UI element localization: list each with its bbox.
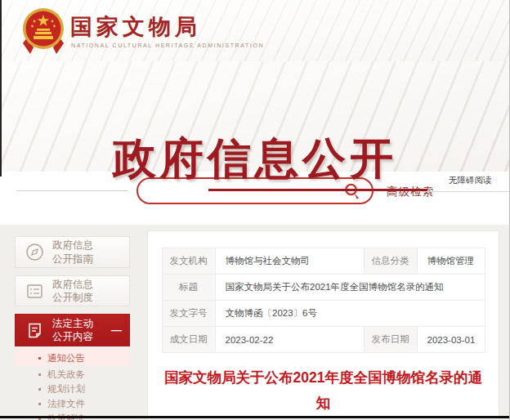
doc-number-label: 发文字号: [162, 301, 215, 327]
sidebar-subitem-planning[interactable]: 规划计划: [15, 381, 130, 397]
written-date-value: 2023-02-22: [215, 327, 364, 353]
page-banner: 政府信息公开: [0, 61, 510, 172]
sidebar-item-label: 法定主动公开内容: [52, 317, 93, 344]
collapse-indicator[interactable]: —: [111, 324, 122, 337]
sidebar-item-disclosure-system[interactable]: 政府信息公开制度: [15, 275, 130, 306]
sidebar-subitem-policy-interpretation[interactable]: 政策解读: [15, 410, 130, 420]
divider-line: [423, 191, 510, 192]
table-row: 发文机构 博物馆与社会文物司 信息分类 博物馆管理: [162, 248, 485, 275]
document-info-table: 发文机构 博物馆与社会文物司 信息分类 博物馆管理 标题 国家文物局关于公布20…: [162, 248, 485, 353]
document-list-icon: [25, 282, 44, 301]
table-row: 标题 国家文物局关于公布2021年度全国博物馆名录的通知: [162, 275, 485, 301]
category-label: 信息分类: [364, 248, 417, 275]
site-title-english: NATIONAL CULTURAL HERITAGE ADMINISTRATIO…: [71, 42, 264, 48]
sidebar-item-label: 政府信息公开制度: [52, 278, 93, 305]
category-value: 博物馆管理: [417, 248, 485, 275]
bullet-icon: [38, 357, 41, 360]
sidebar-item-disclosure-guide[interactable]: 政府信息公开指南: [15, 236, 130, 268]
site-title: 国家文物局: [70, 12, 201, 42]
national-emblem-icon: [22, 7, 65, 54]
bullet-icon: [38, 373, 41, 376]
national-emblem-logo: [22, 7, 65, 54]
document-icon: [25, 321, 44, 340]
window-left-edge: [0, 0, 2, 176]
issuing-org-label: 发文机构: [162, 248, 215, 275]
doc-number-value: 文物博函〔2023〕6号: [215, 301, 485, 327]
banner-title: 政府信息公开: [0, 130, 510, 189]
title-label: 标题: [162, 275, 215, 301]
sidebar-item-label: 政府信息公开指南: [52, 239, 93, 266]
sidebar-subitem-legal-documents[interactable]: 法律文件: [15, 395, 130, 412]
article-title: 国家文物局关于公布2021年度全国博物馆名录的通知: [164, 365, 482, 415]
publish-date-label: 发布日期: [364, 327, 417, 353]
bullet-icon: [38, 403, 41, 405]
subitem-label: 法律文件: [47, 398, 85, 410]
publish-date-value: 2023-03-01: [417, 327, 485, 353]
site-header: 国家文物局 NATIONAL CULTURAL HERITAGE ADMINIS…: [0, 0, 510, 61]
compass-icon: [25, 243, 44, 261]
page: 国家文物局 NATIONAL CULTURAL HERITAGE ADMINIS…: [0, 0, 510, 420]
subitem-label: 通知公告: [47, 352, 85, 364]
window-bottom-edge: [0, 416, 510, 418]
sidebar-subitem-notices[interactable]: 通知公告: [15, 350, 130, 366]
sidebar-item-statutory-disclosure[interactable]: 法定主动公开内容 —: [15, 314, 130, 346]
title-value: 国家文物局关于公布2021年度全国博物馆名录的通知: [215, 275, 485, 301]
subitem-label: 规划计划: [47, 383, 85, 395]
table-row: 发文字号 文物博函〔2023〕6号: [162, 301, 485, 327]
subitem-label: 机关政务: [47, 369, 85, 381]
issuing-org-value: 博物馆与社会文物司: [215, 248, 364, 275]
banner-underline: [208, 189, 427, 191]
written-date-label: 成文日期: [162, 327, 215, 353]
bullet-icon: [38, 388, 41, 391]
sidebar-subitem-agency-affairs[interactable]: 机关政务: [15, 366, 130, 382]
table-row: 成文日期 2023-02-22 发布日期 2023-03-01: [162, 327, 485, 353]
divider-line: [16, 190, 128, 191]
document-detail-card: 发文机构 博物馆与社会文物司 信息分类 博物馆管理 标题 国家文物局关于公布20…: [147, 230, 499, 420]
